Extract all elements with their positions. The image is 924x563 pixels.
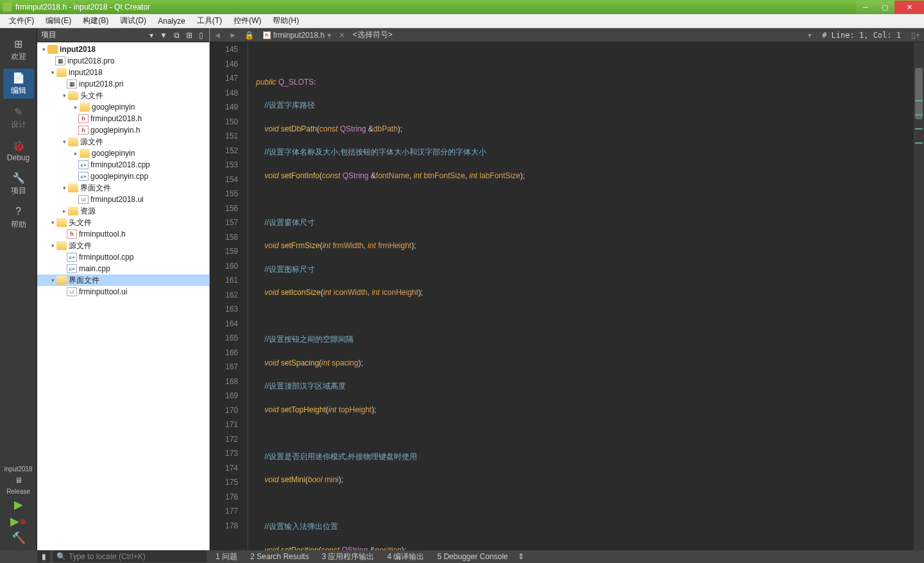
tree-folder-sources[interactable]: ▾源文件 xyxy=(37,136,209,147)
tree-item[interactable]: c+googlepinyin.cpp xyxy=(37,171,209,182)
document-icon: 📄 xyxy=(12,71,25,84)
bug-icon: 🐞 xyxy=(12,139,25,152)
file-tab[interactable]: h frminput2018.h ▾ xyxy=(258,31,336,40)
link-icon[interactable]: ⧉ xyxy=(172,31,182,40)
menu-widgets[interactable]: 控件(W) xyxy=(228,14,266,28)
tree-root[interactable]: ▾input2018 xyxy=(37,44,209,55)
nav-forward-icon[interactable]: ► xyxy=(225,31,241,40)
config-label[interactable]: Release xyxy=(6,488,30,495)
menu-help[interactable]: 帮助(H) xyxy=(268,14,304,28)
mode-edit[interactable]: 📄编辑 xyxy=(3,69,34,99)
mode-help[interactable]: ?帮助 xyxy=(3,203,34,233)
tree-folder[interactable]: ▸googlepinyin xyxy=(37,147,209,159)
output-pane-appoutput[interactable]: 3 应用程序输出 xyxy=(315,551,381,562)
line-col-indicator[interactable]: # Line: 1, Col: 1 xyxy=(816,31,907,40)
code-editor[interactable]: 1451461471481491501511521531541551561571… xyxy=(210,42,924,550)
menu-build[interactable]: 构建(B) xyxy=(78,14,114,28)
grid-icon: ⊞ xyxy=(12,37,25,50)
h-file-icon: h xyxy=(263,31,271,39)
editor-scrollbar[interactable] xyxy=(914,42,924,550)
tree-folder-forms[interactable]: ▾界面文件 xyxy=(37,182,209,194)
tree-folder-headers2[interactable]: ▾头文件 xyxy=(37,217,209,228)
symbol-selector[interactable]: <选择符号> xyxy=(348,29,804,40)
tree-folder-forms2[interactable]: ▾界面文件 xyxy=(37,274,209,286)
question-icon: ? xyxy=(12,205,25,218)
minimize-button[interactable]: ─ xyxy=(856,1,875,13)
menu-analyze[interactable]: Analyze xyxy=(153,15,191,27)
expand-icon[interactable]: ⇕ xyxy=(515,551,527,562)
pencil-icon: ✎ xyxy=(12,105,25,118)
mode-project[interactable]: 🔧项目 xyxy=(3,169,34,199)
app-icon xyxy=(3,3,12,12)
tree-item[interactable]: c+frminput2018.cpp xyxy=(37,159,209,171)
output-pane-debugger[interactable]: 5 Debugger Console xyxy=(431,552,514,561)
tree-item[interactable]: hgooglepinyin.h xyxy=(37,124,209,136)
menu-tools[interactable]: 工具(T) xyxy=(192,14,227,28)
project-tree[interactable]: ▾input2018 ▦input2018.pro ▾input2018 ▦in… xyxy=(37,42,209,550)
mode-bar: ⊞欢迎 📄编辑 ✎设计 🐞Debug 🔧项目 ?帮助 input2018 🖥 R… xyxy=(0,28,37,550)
wrench-icon: 🔧 xyxy=(12,171,25,184)
tree-item[interactable]: ▦input2018.pri xyxy=(37,78,209,90)
project-pane-header: 项目 ▾ ▼ ⧉ ⊞ ▯ xyxy=(37,28,209,42)
menu-bar: 文件(F) 编辑(E) 构建(B) 调试(D) Analyze 工具(T) 控件… xyxy=(0,14,924,28)
mode-debug[interactable]: 🐞Debug xyxy=(3,137,34,165)
monitor-icon: 🖥 xyxy=(11,474,26,487)
window-titlebar: frminput2018.h - input2018 - Qt Creator … xyxy=(0,0,924,14)
tree-item[interactable]: uifrminputtool.ui xyxy=(37,286,209,298)
code-text[interactable]: public Q_SLOTS: //设置字库路径 void setDbPath(… xyxy=(248,42,914,550)
tree-folder-sources2[interactable]: ▾源文件 xyxy=(37,240,209,251)
tree-folder[interactable]: ▾input2018 xyxy=(37,67,209,78)
project-pane-title: 项目 xyxy=(41,29,145,40)
tree-item[interactable]: c+main.cpp xyxy=(37,263,209,274)
menu-edit[interactable]: 编辑(E) xyxy=(40,14,76,28)
split-icon[interactable]: ▯+ xyxy=(907,31,924,40)
filter-icon[interactable]: ▼ xyxy=(158,31,169,40)
add-icon[interactable]: ⊞ xyxy=(184,31,194,40)
dropdown-icon[interactable]: ▾ xyxy=(804,31,816,40)
close-tab-icon[interactable]: ✕ xyxy=(336,31,348,40)
split-icon[interactable]: ▯ xyxy=(197,31,205,40)
tree-item[interactable]: uifrminput2018.ui xyxy=(37,194,209,205)
build-button[interactable]: 🔨 xyxy=(9,530,28,546)
editor-area: ◄ ► 🔒 h frminput2018.h ▾ ✕ <选择符号> ▾ # Li… xyxy=(210,28,924,550)
maximize-button[interactable]: ▢ xyxy=(875,1,894,13)
lock-icon[interactable]: 🔒 xyxy=(241,31,258,40)
mode-welcome[interactable]: ⊞欢迎 xyxy=(3,35,34,65)
locator-input[interactable]: 🔍 Type to locate (Ctrl+K) xyxy=(53,551,207,562)
line-gutter: 1451461471481491501511521531541551561571… xyxy=(210,42,248,550)
menu-file[interactable]: 文件(F) xyxy=(4,14,39,28)
tree-folder-resources[interactable]: ▸资源 xyxy=(37,205,209,217)
nav-back-icon[interactable]: ◄ xyxy=(210,31,225,40)
tree-item[interactable]: ▦input2018.pro xyxy=(37,55,209,67)
tree-item[interactable]: hfrminputtool.h xyxy=(37,228,209,240)
target-label[interactable]: input2018 xyxy=(4,466,33,473)
output-pane-search[interactable]: 2 Search Results xyxy=(244,552,315,561)
tree-folder-headers[interactable]: ▾头文件 xyxy=(37,90,209,101)
mode-design[interactable]: ✎设计 xyxy=(3,103,34,133)
file-tab-label: frminput2018.h xyxy=(273,31,325,40)
output-pane-compile[interactable]: 4 编译输出 xyxy=(381,551,431,562)
debug-run-button[interactable]: ▶🐞 xyxy=(9,513,28,530)
dropdown-icon[interactable]: ▾ xyxy=(148,31,155,40)
close-button[interactable]: ✕ xyxy=(894,1,924,13)
tree-folder[interactable]: ▸googlepinyin xyxy=(37,101,209,113)
window-title: frminput2018.h - input2018 - Qt Creator xyxy=(15,3,856,12)
menu-debug[interactable]: 调试(D) xyxy=(115,14,151,28)
output-pane-issues[interactable]: 1 问题 xyxy=(209,551,244,562)
run-button[interactable]: ▶ xyxy=(9,496,28,513)
editor-toolbar: ◄ ► 🔒 h frminput2018.h ▾ ✕ <选择符号> ▾ # Li… xyxy=(210,28,924,42)
tree-item[interactable]: c+frminputtool.cpp xyxy=(37,251,209,263)
project-pane: 项目 ▾ ▼ ⧉ ⊞ ▯ ▾input2018 ▦input2018.pro ▾… xyxy=(37,28,210,550)
tree-item[interactable]: hfrminput2018.h xyxy=(37,113,209,124)
toggle-sidebar-icon[interactable]: ▮ xyxy=(37,551,50,562)
status-bar: ▮ 🔍 Type to locate (Ctrl+K) 1 问题 2 Searc… xyxy=(0,550,924,563)
